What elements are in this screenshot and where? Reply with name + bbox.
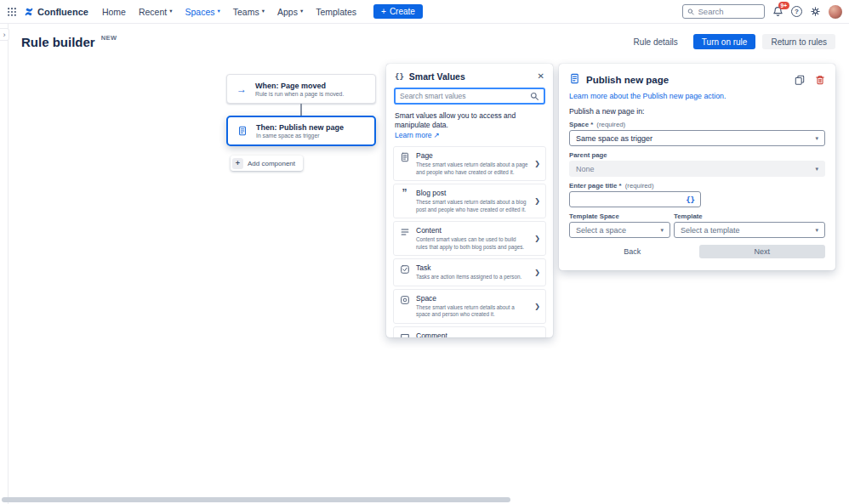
next-button[interactable]: Next: [699, 245, 826, 258]
search-input[interactable]: [698, 7, 760, 16]
nav-item-apps[interactable]: Apps ▾: [277, 7, 303, 17]
duplicate-button[interactable]: [795, 75, 805, 85]
smart-value-item-space[interactable]: Space These smart values return details …: [393, 289, 546, 324]
learn-more-link[interactable]: Learn more ↗: [395, 131, 440, 140]
page-icon: [399, 152, 410, 162]
chevron-down-icon: ▾: [815, 227, 818, 234]
smart-value-description: These smart values return details about …: [416, 304, 528, 319]
create-button[interactable]: + Create: [373, 4, 423, 19]
close-icon[interactable]: ✕: [538, 72, 544, 81]
notifications-button[interactable]: 9+: [772, 6, 783, 17]
content-icon: [399, 227, 410, 237]
page-title-input[interactable]: [575, 195, 682, 204]
header-actions: Rule details Turn on rule Return to rule…: [625, 34, 835, 49]
return-to-rules-button[interactable]: Return to rules: [762, 34, 835, 49]
chevron-down-icon: ▾: [660, 227, 664, 234]
smart-value-description: These smart values return details about …: [416, 161, 528, 176]
wizard-buttons: Back Next: [569, 245, 825, 258]
chevron-down-icon: ▾: [300, 8, 303, 14]
user-avatar[interactable]: [829, 5, 842, 19]
plus-icon: +: [232, 158, 243, 169]
delete-button[interactable]: [815, 75, 825, 85]
chevron-down-icon: ▾: [815, 166, 818, 173]
new-badge: NEW: [101, 34, 117, 42]
page-moved-icon: →: [235, 83, 248, 95]
global-search[interactable]: [682, 4, 765, 19]
card-connector: [300, 104, 302, 116]
publish-page-icon: [569, 72, 580, 88]
publish-panel-header: Publish new page: [569, 73, 825, 86]
rule-details-button[interactable]: Rule details: [625, 34, 687, 49]
nav-item-teams[interactable]: Teams ▾: [233, 7, 265, 17]
template-space-select-value: Select a space: [576, 226, 626, 235]
smart-value-item-comment[interactable]: Comment Comments can be posted within th…: [393, 326, 546, 337]
publish-new-page-panel: Publish new page Learn more about the Pu…: [559, 64, 835, 270]
space-select[interactable]: Same space as trigger ▾: [569, 130, 825, 146]
task-icon: [399, 264, 410, 275]
smart-value-item-task[interactable]: Task Tasks are action items assigned to …: [393, 258, 546, 286]
external-link-icon: ↗: [433, 131, 439, 140]
logo-text: Confluence: [37, 7, 88, 17]
parent-page-select-value: None: [576, 165, 595, 173]
parent-page-select[interactable]: None ▾: [569, 161, 825, 177]
template-space-field-label: Template Space: [569, 212, 670, 220]
when-card-title: When: Page moved: [255, 82, 344, 90]
chevron-right-icon: ❯: [534, 269, 540, 276]
nav-item-label: Apps: [277, 7, 298, 17]
smart-value-item-blog-post[interactable]: ” Blog post These smart values return de…: [393, 184, 546, 218]
chevron-down-icon: ▾: [815, 135, 818, 142]
smart-value-name: Blog post: [416, 189, 528, 197]
chevron-down-icon: ▾: [262, 8, 265, 14]
help-button[interactable]: ?: [791, 6, 802, 17]
confluence-logo[interactable]: Confluence: [24, 7, 88, 17]
search-icon: [687, 8, 695, 16]
back-button[interactable]: Back: [569, 245, 696, 258]
top-navigation: Confluence Home Recent ▾ Spaces ▾ Teams …: [0, 0, 849, 24]
publish-learn-more-link[interactable]: Learn more about the Publish new page ac…: [569, 92, 726, 100]
app-switcher-icon[interactable]: [7, 7, 17, 17]
sidebar-expand-button[interactable]: ›: [0, 28, 9, 41]
help-icon: ?: [795, 8, 799, 15]
nav-item-label: Teams: [233, 7, 259, 17]
add-component-button[interactable]: + Add component: [231, 156, 303, 171]
horizontal-scrollbar[interactable]: [2, 497, 510, 502]
smart-values-title: Smart Values: [409, 71, 465, 82]
page-header: Rule builder NEW Rule details Turn on ru…: [21, 32, 835, 51]
when-trigger-card[interactable]: → When: Page moved Rule is run when a pa…: [226, 74, 376, 104]
search-icon: [530, 92, 539, 101]
smart-value-item-content[interactable]: Content Content smart values can be used…: [393, 221, 546, 256]
smart-value-item-page[interactable]: Page These smart values return details a…: [393, 146, 546, 181]
when-card-subtitle: Rule is run when a page is moved.: [255, 91, 344, 97]
publish-panel-actions: [795, 75, 825, 85]
page-title-field-label: Enter page title * (required): [569, 182, 825, 190]
publish-page-icon: [236, 126, 249, 136]
then-action-card[interactable]: Then: Publish new page In same space as …: [226, 116, 376, 146]
nav-item-spaces[interactable]: Spaces ▾: [185, 7, 219, 17]
template-field-label: Template: [674, 212, 825, 220]
nav-item-templates[interactable]: Templates: [316, 7, 356, 17]
nav-item-label: Home: [102, 7, 126, 17]
chevron-down-icon: ▾: [218, 8, 220, 14]
space-icon: [399, 295, 410, 305]
template-space-select[interactable]: Select a space ▾: [569, 222, 670, 238]
smart-value-description: Tasks are action items assigned to a per…: [416, 274, 528, 281]
parent-page-field-label: Parent page: [569, 151, 825, 159]
smart-values-search[interactable]: [394, 88, 545, 105]
sidebar-collapsed-rail: [8, 24, 9, 504]
smart-value-name: Task: [416, 263, 528, 272]
turn-on-rule-button[interactable]: Turn on rule: [693, 34, 756, 49]
expand-icon: ›: [3, 31, 6, 39]
nav-item-home[interactable]: Home: [102, 7, 126, 17]
template-row: Template Space Select a space ▾ Template…: [569, 212, 825, 238]
template-select[interactable]: Select a template ▾: [674, 222, 825, 238]
nav-item-recent[interactable]: Recent ▾: [139, 7, 173, 17]
space-select-value: Same space as trigger: [576, 134, 652, 143]
create-label: Create: [390, 7, 415, 16]
smart-values-search-input[interactable]: [400, 92, 527, 100]
smart-values-panel: {} Smart Values ✕ Smart values allow you…: [386, 64, 553, 337]
settings-button[interactable]: [810, 6, 821, 17]
smart-value-insert-button[interactable]: {}: [686, 195, 695, 204]
then-card-title: Then: Publish new page: [256, 123, 344, 132]
nav-item-label: Recent: [139, 7, 167, 17]
nav-right: 9+ ?: [682, 4, 842, 19]
